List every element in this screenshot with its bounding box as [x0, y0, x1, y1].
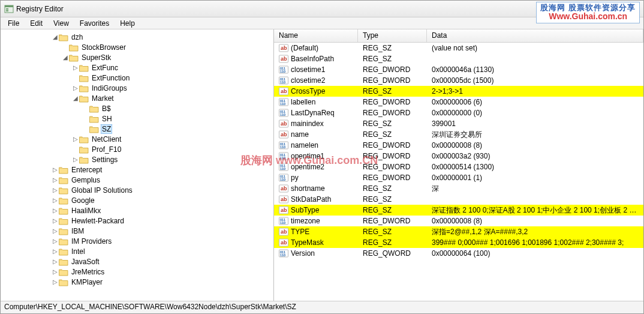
tree-item-netclient[interactable]: ▷NetClient — [1, 134, 272, 144]
expand-icon[interactable]: ▷ — [52, 197, 59, 204]
tree-item-dzh[interactable]: ◢dzh — [1, 32, 272, 42]
folder-icon — [89, 104, 99, 113]
value-row[interactable]: labellenREG_DWORD0x00000006 (6) — [274, 97, 643, 107]
value-data: 0x000003a2 (930) — [427, 152, 643, 160]
tree-item-haalimkx[interactable]: ▷HaaliMkx — [1, 205, 272, 216]
value-type: REG_SZ — [358, 119, 427, 128]
string-value-icon — [279, 228, 288, 236]
expand-icon[interactable]: ▷ — [72, 136, 79, 142]
expand-icon[interactable]: ▷ — [52, 248, 59, 255]
value-row[interactable]: BaseInfoPathREG_SZ — [274, 53, 643, 64]
tree-item-extfunction[interactable]: ExtFunction — [1, 73, 272, 83]
menu-favorites[interactable]: Favorites — [75, 18, 114, 29]
value-row[interactable]: mainindexREG_SZ399001 — [274, 118, 643, 129]
value-type: REG_DWORD — [358, 163, 427, 171]
value-name: LastDynaReq — [291, 109, 335, 117]
value-row[interactable]: TypeMaskREG_SZ399### 0;000### 1;001696 1… — [274, 237, 643, 248]
tree-item-ibm[interactable]: ▷IBM — [1, 226, 272, 236]
tree-item-global-ip-solutions[interactable]: ▷Global IP Solutions — [1, 185, 272, 195]
string-value-icon — [279, 44, 288, 52]
value-row[interactable]: (Default)REG_SZ(value not set) — [274, 43, 643, 53]
value-row[interactable]: timezoneREG_DWORD0x00000008 (8) — [274, 216, 643, 226]
tree-label: SZ — [101, 124, 112, 134]
col-data[interactable]: Data — [427, 29, 643, 42]
value-row[interactable]: TYPEREG_SZ深指=2@##,1,2 深A=####,3,2 — [274, 226, 643, 237]
tree-item-javasoft[interactable]: ▷JavaSoft — [1, 256, 272, 267]
expand-icon[interactable]: ▷ — [52, 228, 59, 234]
value-row[interactable]: pyREG_DWORD0x00000001 (1) — [274, 172, 643, 183]
value-name: CrossType — [291, 87, 325, 95]
value-data: 0x00000514 (1300) — [427, 163, 643, 171]
expand-icon[interactable]: ▷ — [52, 177, 59, 183]
tree-item-im-providers[interactable]: ▷IM Providers — [1, 236, 272, 246]
value-row[interactable]: VersionREG_QWORD0x00000064 (100) — [274, 248, 643, 259]
menu-help[interactable]: Help — [115, 18, 140, 29]
expand-icon[interactable]: ▷ — [52, 166, 59, 173]
tree-pane[interactable]: ◢dzhStockBrowser◢SuperStk▷ExtFuncExtFunc… — [1, 29, 274, 301]
value-data: 深指=2@##,1,2 深A=####,3,2 — [427, 227, 643, 237]
expand-icon[interactable]: ▷ — [52, 187, 59, 193]
menu-view[interactable]: View — [49, 18, 74, 29]
tree-item-hewlett-packard[interactable]: ▷Hewlett-Packard — [1, 216, 272, 226]
tree-item-indigroups[interactable]: ▷IndiGroups — [1, 83, 272, 93]
tree-item-sh[interactable]: SH — [1, 113, 272, 124]
col-name[interactable]: Name — [274, 29, 358, 42]
tree-item-extfunc[interactable]: ▷ExtFunc — [1, 62, 272, 73]
value-row[interactable]: SubTypeREG_SZ深证指数 2 100 0;深证A股 2 100 1;中… — [274, 205, 643, 216]
collapse-icon[interactable]: ◢ — [52, 34, 59, 40]
tree-item-google[interactable]: ▷Google — [1, 195, 272, 205]
tree-item-jremetrics[interactable]: ▷JreMetrics — [1, 267, 272, 277]
value-row[interactable]: opentime1REG_DWORD0x000003a2 (930) — [274, 151, 643, 162]
tree-item-superstk[interactable]: ◢SuperStk — [1, 52, 272, 62]
value-name: (Default) — [291, 44, 318, 52]
value-name: BaseInfoPath — [291, 55, 334, 63]
collapse-icon[interactable]: ◢ — [72, 95, 79, 101]
main-split: ◢dzhStockBrowser◢SuperStk▷ExtFuncExtFunc… — [1, 29, 643, 301]
menu-edit[interactable]: Edit — [25, 18, 47, 29]
tree-label: SuperStk — [80, 53, 112, 62]
tree-item-intel[interactable]: ▷Intel — [1, 246, 272, 256]
value-row[interactable]: shortnameREG_SZ深 — [274, 183, 643, 194]
value-row[interactable]: opentime2REG_DWORD0x00000514 (1300) — [274, 162, 643, 172]
value-row[interactable]: CrossTypeREG_SZ2->1;3->1 — [274, 86, 643, 97]
collapse-icon[interactable]: ◢ — [62, 54, 69, 61]
value-row[interactable]: StkDataPathREG_SZ — [274, 194, 643, 205]
tree-item-prof-f10[interactable]: Prof_F10 — [1, 144, 272, 154]
tree-item-stockbrowser[interactable]: StockBrowser — [1, 42, 272, 52]
tree-item-gemplus[interactable]: ▷Gemplus — [1, 175, 272, 185]
tree-item-kmplayer[interactable]: ▷KMPlayer — [1, 277, 272, 287]
tree-item-b-[interactable]: B$ — [1, 103, 272, 113]
value-row[interactable]: LastDynaReqREG_DWORD0x00000000 (0) — [274, 107, 643, 118]
expand-icon[interactable]: ▷ — [72, 156, 79, 163]
expand-icon[interactable]: ▷ — [72, 85, 79, 91]
value-row[interactable]: namelenREG_DWORD0x00000008 (8) — [274, 140, 643, 151]
folder-icon — [59, 207, 68, 215]
tree-item-settings[interactable]: ▷Settings — [1, 154, 272, 165]
tree-label: Entercept — [70, 166, 103, 174]
tree-item-market[interactable]: ◢Market — [1, 93, 272, 103]
expand-icon[interactable]: ▷ — [52, 207, 59, 214]
expand-icon[interactable]: ▷ — [52, 268, 59, 275]
svg-rect-1 — [5, 5, 13, 7]
menu-file[interactable]: File — [3, 18, 24, 29]
expand-icon[interactable]: ▷ — [52, 217, 59, 224]
value-type: REG_SZ — [358, 55, 427, 63]
tree-item-sz[interactable]: SZ — [1, 124, 272, 134]
value-data: 深证指数 2 100 0;深证A股 2 100 1;中小企业 2 100 1;创… — [427, 205, 643, 216]
expand-icon[interactable]: ▷ — [52, 258, 59, 265]
expand-icon[interactable]: ▷ — [52, 279, 59, 285]
col-type[interactable]: Type — [358, 29, 427, 42]
value-row[interactable]: closetime1REG_DWORD0x0000046a (1130) — [274, 64, 643, 75]
tree-item-entercept[interactable]: ▷Entercept — [1, 165, 272, 175]
value-row[interactable]: closetime2REG_DWORD0x000005dc (1500) — [274, 75, 643, 86]
value-data: 0x00000001 (1) — [427, 174, 643, 182]
expand-icon[interactable]: ▷ — [52, 238, 59, 244]
folder-icon — [79, 155, 89, 164]
folder-icon — [59, 237, 68, 246]
value-type: REG_DWORD — [358, 109, 427, 117]
value-type: REG_SZ — [358, 44, 427, 52]
list-pane[interactable]: Name Type Data (Default)REG_SZ(value not… — [274, 29, 643, 301]
folder-icon — [79, 145, 89, 154]
value-row[interactable]: nameREG_SZ深圳证券交易所 — [274, 129, 643, 140]
expand-icon[interactable]: ▷ — [72, 64, 79, 71]
